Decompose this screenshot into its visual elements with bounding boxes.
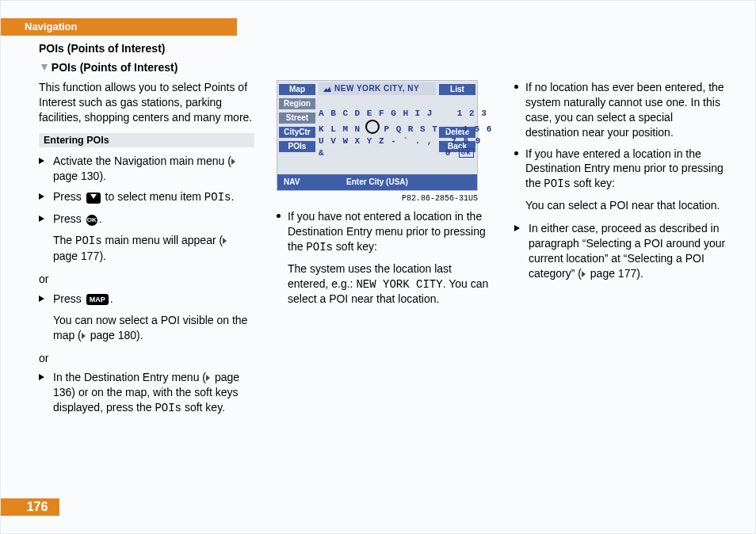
manual-page: Navigation POIs (Points of Interest) ▼PO… [0,0,756,534]
down-arrow-key-icon [86,193,101,204]
or-separator-2: or [39,351,253,366]
heading-primary: POIs (Points of Interest) [39,42,165,55]
tab-accent [1,18,15,36]
device-caption: P82.86-2856-31US [277,194,478,203]
softkey-street: Street [279,113,315,124]
location-icon [323,86,331,92]
bullet-location-follow: You can select a POI near that location. [525,198,728,213]
step-list-b: Press MAP. You can now select a POI visi… [39,292,253,343]
device-keyboard-grid: A B C D E F G H I J 1 2 3 K L M N P Q R … [319,108,436,159]
page-ref-icon [223,238,227,244]
device-ok-box: ok [459,148,474,158]
page-ref-icon [582,271,586,277]
softkey-list: List [439,84,475,95]
heading-secondary-text: POIs (Points of Interest) [52,61,178,74]
step-map-follow: You can now select a POI visible on the … [53,313,253,343]
device-title-row: NEW YORK CITY, NY [319,82,436,95]
bullet-location-entered-prior: If you have entered a location in the De… [514,147,728,214]
column-3: If no location has ever been entered, th… [514,80,728,288]
section-tab: Navigation [15,18,237,36]
step-press-down: Press to select menu item POIs. [39,189,253,205]
bullet-no-location-entered: If you have not entered a location in th… [277,209,491,307]
device-title-text: NEW YORK CITY, NY [334,84,419,93]
device-status-label: Enter City (USA) [277,174,477,190]
step-ok-follow: The POIs main menu will appear ( page 17… [53,233,253,264]
step-press-ok: Press OK. The POIs main menu will appear… [39,212,253,264]
softkey-cityctr: CityCtr [279,127,315,138]
device-screenshot: Map Region Street CityCtr POIs List Dele… [277,80,478,191]
bullet-list-col3: If no location has ever been entered, th… [514,80,728,213]
column-1: This function allows you to select Point… [39,80,253,422]
step-press-map: Press MAP. You can now select a POI visi… [39,292,253,343]
pagenum-accent [1,498,15,516]
step-either-case: In either case, proceed as described in … [514,221,728,281]
map-key-icon: MAP [86,294,109,305]
or-separator-1: or [39,272,253,287]
softkey-map: Map [279,84,315,95]
step-activate-nav-menu: Activate the Navigation main menu ( page… [39,154,253,184]
section-tab-label: Navigation [25,21,77,32]
softkey-pois: POIs [279,141,315,152]
heading-marker-icon: ▼ [39,60,50,73]
bullet-no-location-ever: If no location has ever been entered, th… [514,80,728,140]
intro-paragraph: This function allows you to select Point… [39,80,253,125]
selected-letter-O-icon [365,120,380,134]
page-ref-icon [82,333,86,339]
bullet-list-col2: If you have not entered a location in th… [277,209,491,307]
page-number-value: 176 [27,500,48,513]
page-ref-icon [206,375,210,381]
softkey-region: Region [279,98,315,109]
step-list-c: In the Destination Entry menu ( page 136… [39,370,253,416]
device-bottom-bar: NAV Enter City (USA) [277,174,477,190]
bullet-no-location-follow: The system uses the location last entere… [288,261,491,307]
page-number: 176 [15,498,59,516]
subheading-entering-pois: Entering POIs [39,133,254,147]
page-ref-icon [231,158,235,165]
step-list-col3: In either case, proceed as described in … [514,221,728,281]
column-2: Map Region Street CityCtr POIs List Dele… [277,80,491,315]
ok-key-icon: OK [86,215,97,226]
step-dest-entry-menu: In the Destination Entry menu ( page 136… [39,370,253,416]
heading-secondary: ▼POIs (Points of Interest) [39,61,178,74]
step-list-a: Activate the Navigation main menu ( page… [39,154,253,264]
